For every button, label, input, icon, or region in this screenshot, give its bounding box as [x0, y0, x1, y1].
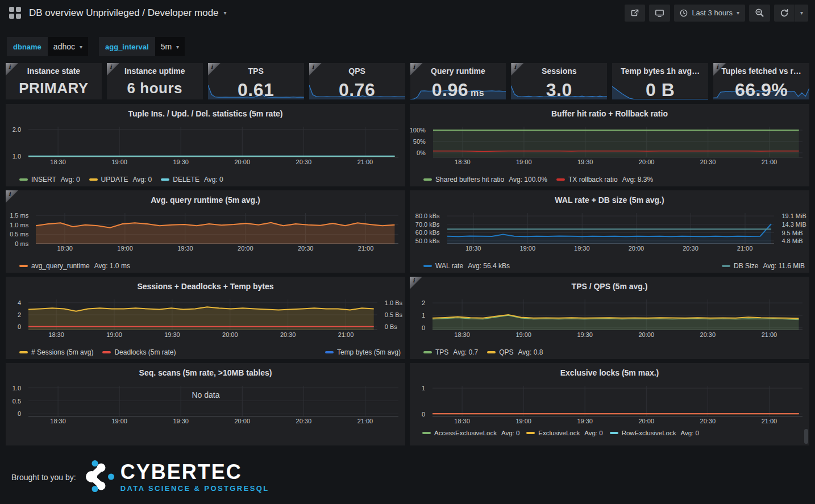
legend-item-qps[interactable]: QPSAvg: 0.8: [487, 348, 543, 356]
legend-item-accessexclusivelock[interactable]: AccessExclusiveLockAvg: 0: [422, 430, 519, 436]
y-axis-label: 0: [18, 323, 21, 330]
legend-item-temp-bytes-5m-avg[interactable]: Temp bytes (5m avg): [325, 348, 401, 356]
footer: Brought to you by: CYBERTEC DATA SCIENCE…: [0, 460, 815, 494]
legend-item-tps[interactable]: TPSAvg: 0.7: [423, 348, 478, 356]
chevron-down-icon[interactable]: ▾: [224, 10, 227, 16]
y-axis-label: 0.5 ms: [10, 231, 28, 238]
x-axis-label: 21:00: [737, 245, 753, 252]
legend-avg-value: Avg: 11.6 MiB: [763, 262, 805, 270]
y-axis-label: 0 Bs: [385, 323, 397, 330]
stat-title[interactable]: Temp bytes 1h avg…: [612, 66, 708, 76]
legend-item-avg-query-runtime[interactable]: avg_query_runtimeAvg: 1.0 ms: [19, 262, 130, 270]
legend-item-sharerowexclusivelock[interactable]: ShareRowExclusiveLockAvg: 0: [422, 443, 529, 444]
legend-avg-value: Avg: 0: [501, 430, 519, 436]
x-axis-label: 19:00: [515, 331, 531, 338]
panel-title[interactable]: Exclusive locks (5m max.): [410, 363, 809, 378]
x-axis-label: 21:00: [762, 418, 777, 424]
legend-series-name: RowExclusiveLock: [622, 430, 676, 436]
panel-title[interactable]: Tuple Ins. / Upd. / Del. statistics (5m …: [6, 104, 405, 119]
y-axis-label: 14.3 MiB: [781, 221, 806, 228]
x-axis-label: 20:30: [700, 331, 716, 338]
panel-tps-qps-5m-avg: iTPS / QPS (5m avg.)21018:3019:0019:3020…: [410, 277, 809, 359]
variable-dbname: dbname adhoc ▾: [7, 37, 88, 56]
stat-panel-sessions: iSessions3.0: [511, 63, 607, 99]
legend-series-name: # Sessions (5m avg): [31, 348, 93, 356]
legend-avg-value: Avg: 0: [61, 176, 80, 184]
x-axis-label: 21:00: [358, 245, 374, 252]
x-axis-label: 18:30: [57, 245, 73, 252]
legend: avg_query_runtimeAvg: 1.0 ms: [19, 262, 401, 270]
plot-svg: [433, 127, 802, 157]
no-data-text: No data: [192, 390, 220, 399]
y-axis-label: 1: [422, 312, 425, 319]
legend-item-wal-rate[interactable]: WAL rateAvg: 56.4 kBs: [423, 262, 510, 270]
x-axis-label: 20:00: [629, 245, 644, 252]
y-axis-label: 0: [422, 324, 425, 331]
legend-item-insert[interactable]: INSERTAvg: 0: [19, 176, 80, 184]
x-axis: 18:3019:0019:3020:0020:3021:00: [447, 245, 775, 253]
plot-svg: [433, 299, 802, 330]
share-button[interactable]: [625, 5, 645, 22]
legend-item-deadlocks-5m-rate[interactable]: Deadlocks (5m rate): [102, 348, 176, 356]
brand-name: CYBERTEC: [120, 462, 269, 482]
panel-title[interactable]: Avg. query runtime (5m avg.): [6, 190, 405, 205]
legend-item-exclusivelock[interactable]: ExclusiveLockAvg: 0: [526, 430, 602, 436]
legend-swatch: [610, 432, 618, 434]
y-axis-label: 9.5 MiB: [781, 230, 802, 236]
legend-item-db-size[interactable]: DB SizeAvg: 11.6 MiB: [722, 262, 805, 270]
refresh-button[interactable]: [774, 5, 795, 22]
legend-avg-value: Avg: 0: [681, 430, 699, 436]
x-axis-label: 19:00: [515, 418, 531, 424]
chart-body: 1.5 ms1.0 ms0.5 ms0 ms: [6, 213, 405, 244]
x-axis-label: 20:00: [235, 418, 251, 424]
legend-series-name: DB Size: [734, 262, 758, 270]
panel-title[interactable]: Sessions + Deadlocks + Temp bytes: [6, 277, 405, 291]
y-axis-label: 0: [18, 410, 21, 417]
x-axis-label: 20:30: [280, 331, 296, 338]
stat-title[interactable]: Instance state: [6, 66, 102, 76]
cybertec-brand: CYBERTEC DATA SCIENCE & POSTGRESQL: [84, 460, 269, 494]
x-axis-label: 19:00: [111, 418, 127, 424]
stat-title[interactable]: Sessions: [511, 66, 607, 76]
legend-series-name: TPS: [435, 348, 448, 356]
x-axis-label: 21:00: [357, 418, 373, 424]
x-axis-label: 19:30: [164, 331, 180, 338]
time-range-picker[interactable]: Last 3 hours ▾: [674, 5, 745, 22]
refresh-interval-dropdown[interactable]: ▾: [795, 5, 808, 22]
legend-item-update[interactable]: UPDATEAvg: 0: [89, 176, 152, 184]
dashboard-grid-icon[interactable]: [9, 7, 21, 19]
legend: INSERTAvg: 0UPDATEAvg: 0DELETEAvg: 0: [19, 176, 401, 184]
dashboard-title[interactable]: DB overview Unprivileged / Developer mod…: [29, 7, 219, 19]
legend-series-name: ShareRowExclusiveLock: [434, 443, 506, 444]
legend-item-shareupdateexclusivelock[interactable]: ShareUpdateExclusiveLockAvg: 0: [536, 443, 651, 444]
legend-series-name: TX rollback ratio: [568, 176, 618, 184]
panel-title[interactable]: WAL rate + DB size (5m avg.): [410, 190, 809, 205]
variable-dbname-value[interactable]: adhoc ▾: [48, 37, 88, 56]
y-axis-label: 4.8 MiB: [781, 238, 802, 244]
legend-scrollbar[interactable]: [804, 429, 808, 444]
chart-body: 210: [410, 299, 809, 330]
legend-item-rowexclusivelock[interactable]: RowExclusiveLockAvg: 0: [610, 430, 699, 436]
legend-item-delete[interactable]: DELETEAvg: 0: [161, 176, 223, 184]
panel-title[interactable]: Buffer hit ratio + Rollback ratio: [410, 104, 809, 119]
brand-subtitle: DATA SCIENCE & POSTGRESQL: [120, 484, 269, 493]
stat-title[interactable]: Tuples fetched vs r…: [713, 66, 809, 76]
zoom-out-button[interactable]: [749, 5, 770, 22]
y-axis-label: 2: [18, 311, 21, 318]
variable-agg-interval-value[interactable]: 5m ▾: [155, 37, 185, 56]
template-variables-row: dbname adhoc ▾ agg_interval 5m ▾: [0, 26, 815, 63]
chevron-down-icon: ▾: [737, 10, 739, 16]
legend-swatch: [161, 178, 169, 181]
legend-item-sessions-5m-avg[interactable]: # Sessions (5m avg): [19, 348, 93, 356]
legend-avg-value: Avg: 1.0 ms: [94, 262, 130, 270]
stat-title[interactable]: QPS: [309, 66, 405, 76]
stat-title[interactable]: Instance uptime: [107, 66, 203, 76]
legend-item-shared-buffers-hit-ratio[interactable]: Shared buffers hit ratioAvg: 100.0%: [423, 176, 547, 184]
legend-swatch: [102, 351, 111, 353]
panel-title[interactable]: Seq. scans (5m rate, >10MB tables): [6, 363, 405, 378]
stat-title[interactable]: TPS: [208, 66, 304, 76]
tv-cycle-button[interactable]: [649, 5, 670, 22]
panel-title[interactable]: TPS / QPS (5m avg.): [410, 277, 809, 291]
stat-title[interactable]: Query runtime: [410, 66, 506, 76]
legend-item-tx-rollback-ratio[interactable]: TX rollback ratioAvg: 8.3%: [556, 176, 653, 184]
